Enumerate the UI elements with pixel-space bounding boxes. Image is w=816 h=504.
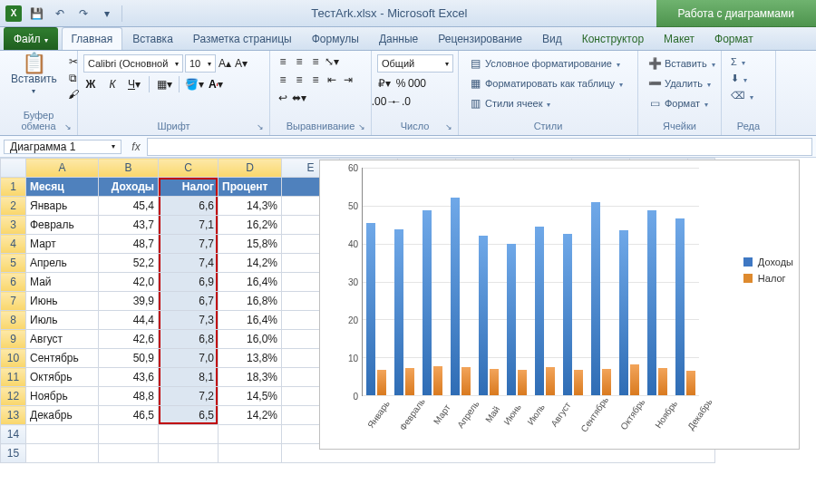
fx-icon[interactable]: fx [125,141,147,153]
legend-item-tax[interactable]: Налог [743,273,793,284]
tab-file[interactable]: Файл [4,27,58,50]
cell[interactable]: Ноябрь [26,387,99,406]
cell[interactable]: Март [26,235,99,254]
row-header[interactable]: 6 [1,273,26,292]
row-header[interactable]: 2 [1,197,26,216]
font-color-icon[interactable]: A▾ [209,77,223,92]
cell[interactable]: 48,8 [99,387,159,406]
col-header[interactable]: A [26,159,99,178]
cell[interactable]: 16,0% [219,330,282,349]
cell[interactable]: 15,8% [219,235,282,254]
fill-button[interactable]: ⬇ [727,71,751,86]
cell[interactable]: 6,6 [159,197,219,216]
bar-tax[interactable] [686,371,695,395]
dialog-launcher-icon[interactable]: ↘ [445,122,452,131]
cell[interactable]: 13,8% [219,349,282,368]
col-header[interactable]: D [219,159,282,178]
delete-cells-button[interactable]: ➖Удалить [644,74,714,92]
cell[interactable]: Май [26,273,99,292]
bar-tax[interactable] [518,370,527,395]
bar-income[interactable] [619,230,628,395]
insert-cells-button[interactable]: ➕Вставить [644,54,719,73]
select-all-corner[interactable] [1,159,26,178]
cell[interactable]: 44,4 [99,311,159,330]
cell[interactable]: 42,6 [99,330,159,349]
cell[interactable]: 50,9 [99,349,159,368]
tab-insert[interactable]: Вставка [122,27,183,50]
cell[interactable]: 43,6 [99,368,159,387]
cell[interactable]: Декабрь [26,406,99,425]
cell[interactable]: Январь [26,197,99,216]
tab-home[interactable]: Главная [62,27,123,50]
tab-page-layout[interactable]: Разметка страницы [183,27,302,50]
bar-income[interactable] [675,218,685,395]
italic-icon[interactable]: К [105,77,120,92]
cell[interactable]: 7,7 [159,235,219,254]
row-header[interactable]: 4 [1,235,26,254]
bar-tax[interactable] [630,364,639,395]
conditional-formatting-button[interactable]: ▤Условное форматирование [464,54,624,73]
bar-tax[interactable] [546,367,555,395]
bold-icon[interactable]: Ж [83,77,98,92]
decrease-font-icon[interactable]: A▾ [234,56,248,71]
row-header[interactable]: 9 [1,330,26,349]
bar-tax[interactable] [490,369,499,395]
dialog-launcher-icon[interactable]: ↘ [257,122,264,131]
cell[interactable]: Октябрь [26,368,99,387]
bar-income[interactable] [535,227,544,395]
align-left-icon[interactable]: ≡ [276,73,290,87]
underline-icon[interactable]: Ч▾ [127,77,141,92]
align-bottom-icon[interactable]: ≡ [308,54,323,69]
chart-legend[interactable]: Доходы Налог [743,251,793,289]
cell[interactable]: 14,2% [219,254,282,273]
cell[interactable]: 42,0 [99,273,159,292]
bar-tax[interactable] [433,366,442,395]
cell[interactable]: 7,0 [159,349,219,368]
cell[interactable]: Февраль [26,216,99,235]
cell[interactable]: 6,7 [159,292,219,311]
cell[interactable]: 39,9 [99,292,159,311]
bar-income[interactable] [563,234,572,395]
cell[interactable]: 18,3% [219,368,282,387]
cell[interactable]: Июнь [26,292,99,311]
cell[interactable]: 16,2% [219,216,282,235]
tab-formulas[interactable]: Формулы [302,27,369,50]
increase-indent-icon[interactable]: ⇥ [341,73,355,87]
align-center-icon[interactable]: ≡ [292,73,306,87]
undo-icon[interactable]: ↶ [51,5,69,23]
number-format-combo[interactable]: Общий▾ [377,54,453,73]
cell[interactable]: 7,2 [159,387,219,406]
cell[interactable]: 6,5 [159,406,219,425]
row-header[interactable]: 7 [1,292,26,311]
tab-chart-layout[interactable]: Макет [654,27,704,50]
cell[interactable]: 6,9 [159,273,219,292]
cell[interactable]: 8,1 [159,368,219,387]
cell[interactable]: 16,4% [219,273,282,292]
decrease-decimal-icon[interactable]: ←.0 [393,94,408,109]
cell[interactable]: 46,5 [99,406,159,425]
save-icon[interactable]: 💾 [27,5,45,23]
align-top-icon[interactable]: ≡ [276,54,290,69]
bar-income[interactable] [394,229,403,395]
bar-tax[interactable] [377,370,386,395]
font-size-combo[interactable]: 10▾ [185,54,216,73]
qat-customize-icon[interactable]: ▾ [98,5,116,23]
row-header[interactable]: 11 [1,368,26,387]
cell[interactable]: 14,3% [219,197,282,216]
cell[interactable]: 7,1 [159,216,219,235]
bar-income[interactable] [366,223,375,395]
fill-color-icon[interactable]: 🪣▾ [187,77,201,92]
col-header[interactable]: C [159,159,219,178]
bar-tax[interactable] [405,368,414,395]
row-header[interactable]: 3 [1,216,26,235]
cell[interactable]: 6,8 [159,330,219,349]
format-cells-button[interactable]: ▭Формат [644,94,712,112]
dialog-launcher-icon[interactable]: ↘ [358,122,365,131]
clear-button[interactable]: ⌫ [727,88,757,103]
cell[interactable]: Август [26,330,99,349]
cell[interactable]: Доходы [99,178,159,197]
embedded-chart[interactable]: 0102030405060 [319,160,800,450]
bar-tax[interactable] [658,368,667,395]
cell[interactable]: 14,5% [219,387,282,406]
cell[interactable]: Месяц [26,178,99,197]
